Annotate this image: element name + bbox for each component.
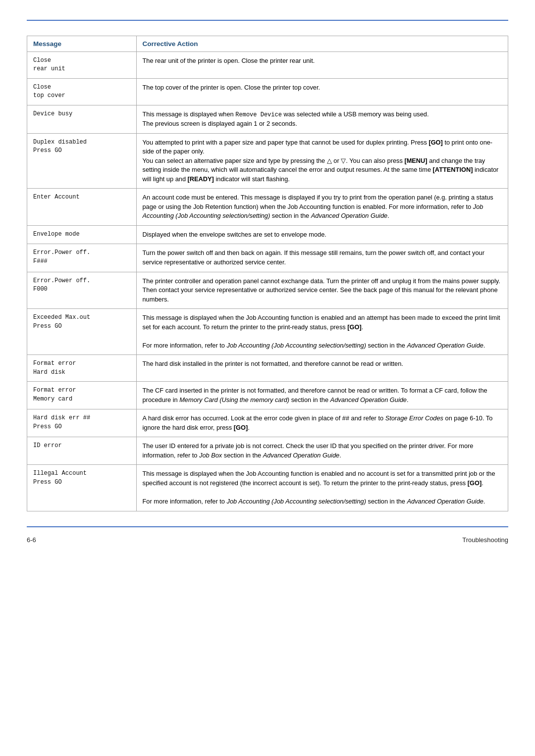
table-row: Envelope modeDisplayed when the envelope… bbox=[27, 225, 508, 244]
action-cell: This message is displayed when the Job A… bbox=[136, 309, 508, 355]
message-cell: Device busy bbox=[27, 105, 136, 133]
message-cell: Exceeded Max.out Press GO bbox=[27, 309, 136, 355]
message-cell: Error.Power off. F### bbox=[27, 244, 136, 272]
page-container: Message Corrective Action Close rear uni… bbox=[0, 0, 535, 756]
message-cell: Format error Memory card bbox=[27, 382, 136, 409]
table-row: Close rear unitThe rear unit of the prin… bbox=[27, 52, 508, 79]
table-row: Device busyThis message is displayed whe… bbox=[27, 105, 508, 133]
message-cell: Close rear unit bbox=[27, 52, 136, 79]
action-cell: An account code must be entered. This me… bbox=[136, 189, 508, 226]
message-cell: Illegal Account Press GO bbox=[27, 465, 136, 511]
table-row: Format error Memory cardThe CF card inse… bbox=[27, 382, 508, 409]
table-row: Error.Power off. F###Turn the power swit… bbox=[27, 244, 508, 272]
action-cell: A hard disk error has occurred. Look at … bbox=[136, 409, 508, 437]
action-cell: Turn the power switch off and then back … bbox=[136, 244, 508, 272]
action-cell: The rear unit of the printer is open. Cl… bbox=[136, 52, 508, 79]
footer: 6-6 Troubleshooting bbox=[27, 536, 508, 544]
top-divider bbox=[27, 20, 508, 21]
table-row: Illegal Account Press GOThis message is … bbox=[27, 465, 508, 511]
message-cell: Error.Power off. F000 bbox=[27, 272, 136, 309]
table-row: Hard disk err ## Press GOA hard disk err… bbox=[27, 409, 508, 437]
action-cell: The user ID entered for a private job is… bbox=[136, 437, 508, 465]
main-table-wrapper: Message Corrective Action Close rear uni… bbox=[27, 36, 508, 511]
table-row: Format error Hard diskThe hard disk inst… bbox=[27, 355, 508, 382]
footer-section-title: Troubleshooting bbox=[462, 536, 508, 544]
message-cell: ID error bbox=[27, 437, 136, 465]
message-cell: Envelope mode bbox=[27, 225, 136, 244]
action-cell: Displayed when the envelope switches are… bbox=[136, 225, 508, 244]
table-row: Error.Power off. F000The printer control… bbox=[27, 272, 508, 309]
table-row: Close top coverThe top cover of the prin… bbox=[27, 78, 508, 105]
message-cell: Enter Account bbox=[27, 189, 136, 226]
footer-page-number: 6-6 bbox=[27, 536, 36, 544]
message-cell: Hard disk err ## Press GO bbox=[27, 409, 136, 437]
table-row: Duplex disabled Press GOYou attempted to… bbox=[27, 133, 508, 189]
message-cell: Close top cover bbox=[27, 78, 136, 105]
action-cell: The top cover of the printer is open. Cl… bbox=[136, 78, 508, 105]
table-row: ID errorThe user ID entered for a privat… bbox=[27, 437, 508, 465]
table-header-row: Message Corrective Action bbox=[27, 36, 508, 52]
bottom-divider bbox=[27, 526, 508, 527]
action-cell: The hard disk installed in the printer i… bbox=[136, 355, 508, 382]
action-cell: The CF card inserted in the printer is n… bbox=[136, 382, 508, 409]
message-cell: Duplex disabled Press GO bbox=[27, 133, 136, 189]
table-row: Enter AccountAn account code must be ent… bbox=[27, 189, 508, 226]
action-cell: You attempted to print with a paper size… bbox=[136, 133, 508, 189]
action-cell: This message is displayed when the Job A… bbox=[136, 465, 508, 511]
col-message-header: Message bbox=[27, 36, 136, 52]
col-action-header: Corrective Action bbox=[136, 36, 508, 52]
action-cell: This message is displayed when Remove De… bbox=[136, 105, 508, 133]
action-cell: The printer controller and operation pan… bbox=[136, 272, 508, 309]
message-table: Message Corrective Action Close rear uni… bbox=[27, 36, 508, 511]
message-cell: Format error Hard disk bbox=[27, 355, 136, 382]
table-row: Exceeded Max.out Press GOThis message is… bbox=[27, 309, 508, 355]
